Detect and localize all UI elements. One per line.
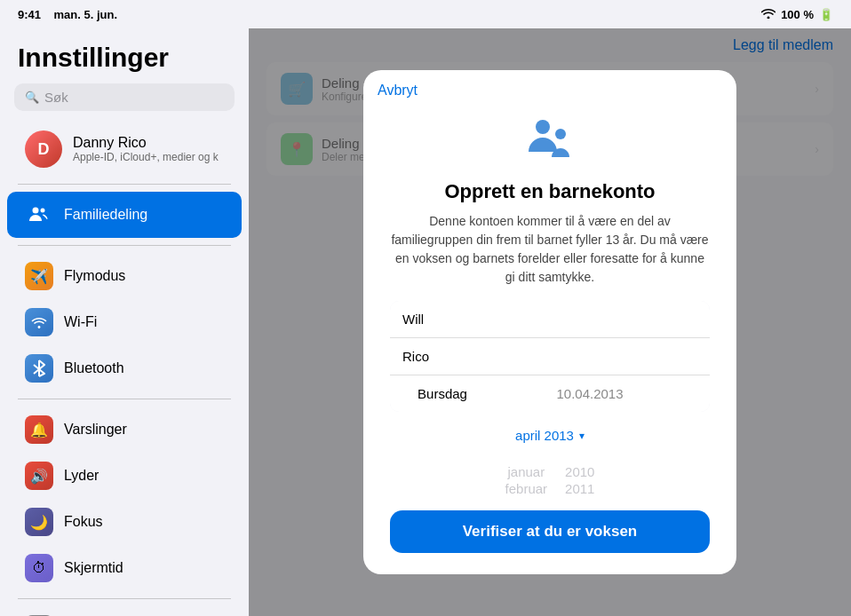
sidebar-item-label: Fokus [64, 514, 103, 530]
drum-item: januar [507, 464, 545, 479]
search-bar[interactable]: 🔍 Søk [14, 83, 235, 111]
wifi-settings-icon [25, 308, 53, 336]
family-icon [390, 113, 710, 170]
birthday-value: 10.04.2013 [482, 386, 697, 401]
status-time: 9:41 man. 5. jun. [18, 8, 117, 21]
sidebar-item-familiedeling[interactable]: Familiedeling [7, 192, 242, 238]
right-panel: Legg til medlem 🛒 Deling av kjøp Konfigu… [249, 28, 851, 616]
avatar: D [25, 130, 62, 168]
firstname-input[interactable] [402, 312, 697, 327]
airplane-icon: ✈️ [25, 262, 53, 290]
focus-icon: 🌙 [25, 508, 53, 536]
sidebar-item-flymodus[interactable]: ✈️ Flymodus [7, 253, 242, 299]
sidebar: Innstillinger 🔍 Søk D Danny Rico Apple-I… [0, 28, 249, 616]
battery-indicator: 100 % [781, 8, 814, 21]
date-picker-toggle[interactable]: april 2013 ▾ [390, 421, 710, 450]
status-bar: 9:41 man. 5. jun. 100 % 🔋 [0, 0, 851, 28]
battery-icon: 🔋 [819, 8, 833, 21]
sidebar-title: Innstillinger [0, 43, 249, 83]
verify-button[interactable]: Verifiser at du er voksen [390, 510, 710, 553]
sidebar-item-label: Familiedeling [64, 207, 147, 223]
search-placeholder: Søk [44, 90, 68, 105]
status-indicators: 100 % 🔋 [761, 8, 833, 21]
sidebar-item-lyder[interactable]: 🔊 Lyder [7, 453, 242, 499]
svg-point-0 [33, 208, 39, 214]
divider [18, 184, 231, 185]
firstname-field[interactable] [390, 301, 710, 338]
sidebar-item-label: Lyder [64, 468, 99, 484]
birthday-field[interactable]: Bursdag 10.04.2013 [390, 375, 710, 412]
modal-description: Denne kontoen kommer til å være en del a… [390, 212, 710, 287]
sidebar-item-label: Wi-Fi [64, 314, 97, 330]
drum-item: 2011 [565, 481, 594, 496]
sidebar-item-label: Skjermtid [64, 560, 123, 576]
lastname-field[interactable] [390, 338, 710, 375]
modal-header: Avbryt [363, 70, 736, 99]
profile-subtitle: Apple-ID, iCloud+, medier og k [73, 151, 219, 163]
main-layout: Innstillinger 🔍 Søk D Danny Rico Apple-I… [0, 28, 851, 616]
divider [18, 245, 231, 246]
svg-point-1 [41, 209, 45, 213]
sidebar-item-label: Flymodus [64, 268, 125, 284]
date-picker-month-label: april 2013 [515, 428, 574, 443]
month-drum-col: januar februar [505, 464, 548, 496]
modal-overlay: Avbryt Opprett en ba [249, 28, 851, 616]
year-drum-col: 2010 2011 [565, 464, 594, 496]
drum-item: 2010 [565, 464, 594, 479]
sidebar-item-wifi[interactable]: Wi-Fi [7, 299, 242, 345]
drum-item: februar [505, 481, 548, 496]
notifications-icon: 🔔 [25, 415, 53, 444]
sidebar-item-label: Varslinger [64, 422, 127, 438]
wifi-icon [761, 8, 775, 21]
sidebar-item-varslinger[interactable]: 🔔 Varslinger [7, 407, 242, 453]
cancel-button[interactable]: Avbryt [378, 83, 418, 99]
bluetooth-icon [25, 354, 53, 383]
profile-name: Danny Rico [73, 135, 219, 151]
birthday-label: Bursdag [402, 386, 482, 401]
screentime-icon: ⏱ [25, 554, 53, 582]
sidebar-item-skjermtid[interactable]: ⏱ Skjermtid [7, 545, 242, 591]
svg-point-3 [555, 129, 566, 139]
sidebar-item-profile[interactable]: D Danny Rico Apple-ID, iCloud+, medier o… [7, 122, 242, 177]
form-group: Bursdag 10.04.2013 [390, 301, 710, 412]
modal-title: Opprett en barnekonto [390, 180, 710, 203]
svg-point-2 [536, 120, 550, 134]
chevron-down-icon: ▾ [579, 430, 585, 442]
sounds-icon: 🔊 [25, 462, 53, 490]
date-picker-drum: januar februar 2010 2011 [390, 450, 710, 503]
modal-dialog: Avbryt Opprett en ba [363, 70, 736, 574]
familiedeling-icon [25, 201, 53, 229]
sidebar-item-generelt[interactable]: ⚙️ Generelt [7, 606, 242, 616]
divider [18, 598, 231, 599]
sidebar-item-bluetooth[interactable]: Bluetooth [7, 345, 242, 391]
sidebar-item-label: Bluetooth [64, 360, 124, 376]
divider [18, 399, 231, 399]
modal-body: Opprett en barnekonto Denne kontoen komm… [363, 99, 736, 574]
lastname-input[interactable] [402, 349, 697, 364]
search-icon: 🔍 [25, 91, 39, 104]
sidebar-item-fokus[interactable]: 🌙 Fokus [7, 499, 242, 545]
